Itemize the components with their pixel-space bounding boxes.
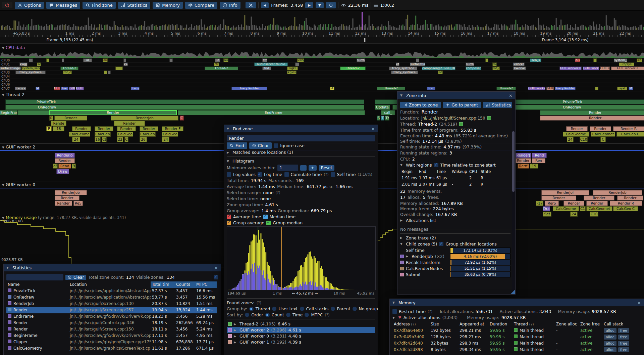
table-row-time[interactable]: 19.94 s bbox=[151, 307, 175, 313]
zone-bar[interactable]: Thread-2 bbox=[205, 66, 238, 70]
zone-bar[interactable]: Render bbox=[617, 195, 643, 201]
alloc-thread[interactable]: Main thread bbox=[513, 327, 555, 334]
resize-grip[interactable] bbox=[511, 290, 515, 294]
zone-bar[interactable]: CalcGeo bbox=[140, 132, 156, 137]
group-by-radio-call-stacks[interactable] bbox=[300, 307, 304, 311]
zone-info-titlebar[interactable]: ▼ Zone info × bbox=[397, 92, 515, 99]
close-icon[interactable]: × bbox=[371, 126, 375, 131]
goto-frame-button[interactable] bbox=[326, 2, 336, 8]
column-header[interactable]: Thread (?) bbox=[513, 321, 555, 327]
table-row-mtpc[interactable]: 4.95 ms bbox=[195, 332, 217, 339]
call-stack-alloc-button[interactable]: alloc bbox=[604, 328, 616, 333]
zone-bar[interactable]: GUIF bbox=[54, 87, 60, 90]
zone-bar[interactable]: CalcGeome bbox=[563, 132, 589, 137]
next-frame-button[interactable]: ▶ bbox=[305, 2, 313, 8]
table-row-time[interactable]: 11.61 s bbox=[151, 345, 175, 352]
zone-bar[interactable]: 24 bbox=[570, 212, 578, 217]
zone-info-window[interactable]: ▼ Zone info × Zoom to zoneGo to parentSt… bbox=[397, 91, 516, 295]
call-stack-free-button[interactable]: free bbox=[618, 347, 630, 352]
table-row-count[interactable]: 676,838 bbox=[175, 339, 195, 345]
zone-bar[interactable]: BeginFrame bbox=[0, 110, 17, 115]
zone-bar[interactable]: RerS bbox=[545, 201, 559, 206]
table-row-count[interactable]: 3,457 bbox=[175, 288, 195, 294]
zone-bar[interactable] bbox=[62, 58, 64, 62]
messages-button[interactable]: Messages bbox=[46, 2, 80, 9]
column-header[interactable]: Counts bbox=[175, 281, 195, 288]
alloc-address[interactable]: 0x7dfaa64e00 bbox=[392, 327, 429, 334]
min-bin-input[interactable]: 1 bbox=[277, 165, 298, 171]
call-stack-free-button[interactable]: free bbox=[618, 335, 630, 340]
table-row-name[interactable]: EndFrame bbox=[6, 313, 68, 320]
zone-bar[interactable]: M bbox=[629, 87, 633, 90]
log-time-checkbox[interactable] bbox=[258, 172, 262, 177]
table-row-time[interactable]: 53.77 s bbox=[151, 294, 175, 301]
found-zone-group[interactable]: ▶GUIF worker 1(3,192)4.39 s bbox=[227, 339, 375, 345]
zone-bar[interactable]: CalcGeo C bbox=[616, 132, 644, 137]
zone-bar[interactable]: R bbox=[49, 116, 53, 121]
zone-bar[interactable]: Re5 bbox=[73, 201, 83, 206]
sort-by-radio-mtpc[interactable] bbox=[305, 313, 309, 317]
zone-bar[interactable]: C1 bbox=[580, 206, 586, 211]
zone-bar[interactable]: 16 bbox=[95, 137, 101, 142]
legend-checkbox[interactable] bbox=[227, 221, 231, 225]
table-row-count[interactable]: 262,656 bbox=[175, 320, 195, 326]
zone-bar[interactable]: C bbox=[180, 116, 184, 121]
table-row-time[interactable]: 57.37 s bbox=[151, 288, 175, 294]
zone-bar[interactable]: kgkl bbox=[287, 66, 298, 70]
zone-bar[interactable]: GUIF work bbox=[583, 66, 599, 70]
zone-bar[interactable]: kwgp bbox=[19, 62, 28, 66]
zone-bar[interactable]: ot bbox=[438, 71, 443, 74]
zone-bar[interactable]: Rencer bbox=[564, 201, 584, 206]
zone-bar[interactable] bbox=[46, 58, 49, 62]
zone-bar[interactable]: T bbox=[381, 116, 384, 121]
zone-bar[interactable]: Render bbox=[540, 116, 644, 121]
time-ruler[interactable]: +55.83 s1 ms2 ms3 ms4 ms5 ms6 ms7 ms8 ms… bbox=[0, 31, 644, 37]
collapse-icon[interactable]: ▼ bbox=[6, 266, 9, 269]
source-button[interactable] bbox=[487, 116, 491, 120]
zone-bar[interactable]: EndFrame bbox=[178, 110, 365, 115]
call-stack-free-button[interactable]: free bbox=[618, 341, 630, 346]
table-row-name[interactable]: BeginFrame bbox=[6, 332, 68, 339]
table-row-mtpc[interactable]: 671.4 μs bbox=[195, 345, 217, 352]
zone-bar[interactable]: d8 bbox=[53, 164, 58, 169]
table-row-location[interactable]: jni/../jni/src/guif/Screen.cpp:130 bbox=[68, 301, 151, 307]
zone-bar[interactable]: Render bbox=[140, 126, 158, 131]
statistics-titlebar[interactable]: ▼ Statistics × bbox=[4, 264, 221, 271]
cumulate-time-checkbox[interactable] bbox=[284, 172, 289, 177]
zone-bar[interactable]: 24 bbox=[162, 137, 169, 142]
zone-bar[interactable]: OnRedraw bbox=[5, 105, 364, 110]
frame-timeline-strip[interactable] bbox=[0, 11, 644, 31]
table-row-location[interactable]: jni/../jni/src/claw/application/Abstract… bbox=[68, 288, 151, 294]
zone-bar[interactable]: Render bbox=[55, 195, 79, 201]
group-by-radio-thread[interactable] bbox=[249, 307, 254, 311]
filter-input[interactable] bbox=[6, 274, 63, 280]
thread-section-label[interactable]: ▼GUIF worker 2 bbox=[2, 144, 35, 149]
zone-bar[interactable]: CalcGeo bbox=[162, 132, 178, 137]
reset-button[interactable]: Reset bbox=[319, 165, 335, 171]
zone-bar[interactable]: kw bbox=[123, 62, 128, 66]
zone-bar[interactable]: GUIF w bbox=[546, 87, 554, 90]
collapse-icon[interactable]: ▼ bbox=[392, 301, 395, 304]
find-button[interactable]: Find bbox=[227, 142, 247, 149]
prev-frame-button[interactable]: ◀ bbox=[261, 2, 269, 8]
table-row-name[interactable]: Render bbox=[6, 307, 68, 313]
zone-bar[interactable]: cfr bbox=[214, 62, 219, 66]
column-header[interactable]: Name bbox=[6, 281, 68, 288]
table-row-count[interactable]: 3,456 bbox=[175, 326, 195, 332]
table-row-count[interactable]: 3,457 bbox=[175, 332, 195, 339]
memory-window[interactable]: ▼ Memory × Restrict time(?)Total allocat… bbox=[389, 299, 644, 355]
zone-bar[interactable]: S bbox=[377, 116, 380, 121]
sort-by-radio-order[interactable] bbox=[245, 313, 249, 317]
zone-bar[interactable]: PrivateTick bbox=[5, 99, 364, 104]
zone-bar[interactable]: Render bbox=[590, 126, 611, 131]
zone-bar[interactable]: RenderJ bbox=[516, 153, 531, 158]
alloc-thread[interactable]: Main thread bbox=[513, 334, 555, 340]
memory-titlebar[interactable]: ▼ Memory × bbox=[390, 299, 644, 306]
zone-bar[interactable]: ua bbox=[215, 58, 220, 62]
call-stack-alloc-button[interactable]: alloc bbox=[604, 347, 616, 352]
zone-bar[interactable]: Tracy I bbox=[131, 87, 140, 90]
table-row-name[interactable]: CalcGeometry bbox=[6, 345, 68, 352]
zone-bar[interactable]: GUIF w bbox=[76, 87, 84, 90]
statistics-window[interactable]: ▼ Statistics × ClearTotal zone count:134… bbox=[3, 264, 221, 355]
zone-bar[interactable] bbox=[485, 58, 488, 62]
